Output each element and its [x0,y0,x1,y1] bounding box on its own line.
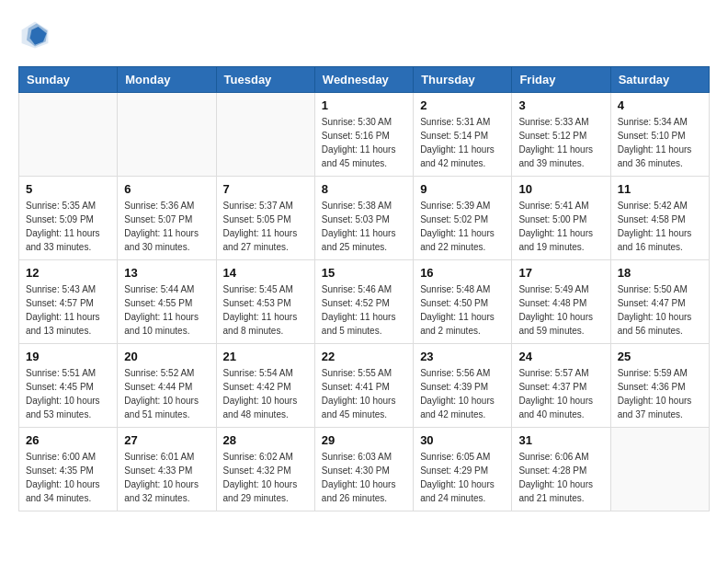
header-day-thursday: Thursday [414,67,512,93]
day-info: Sunrise: 6:06 AM Sunset: 4:28 PM Dayligh… [518,450,603,505]
day-number: 20 [124,350,209,363]
day-number: 29 [322,433,406,447]
day-info: Sunrise: 5:59 AM Sunset: 4:36 PM Dayligh… [618,366,702,421]
day-number: 31 [518,433,603,447]
day-info: Sunrise: 5:48 AM Sunset: 4:50 PM Dayligh… [420,282,505,338]
header-day-saturday: Saturday [610,67,709,93]
day-info: Sunrise: 5:45 AM Sunset: 4:53 PM Dayligh… [223,282,308,338]
week-row-2: 5Sunrise: 5:35 AM Sunset: 5:09 PM Daylig… [19,177,710,260]
calendar-cell: 4Sunrise: 5:34 AM Sunset: 5:10 PM Daylig… [610,93,709,177]
calendar-cell: 3Sunrise: 5:33 AM Sunset: 5:12 PM Daylig… [512,93,610,177]
day-info: Sunrise: 5:41 AM Sunset: 5:00 PM Dayligh… [518,199,603,254]
day-number: 9 [420,182,505,196]
calendar-cell: 2Sunrise: 5:31 AM Sunset: 5:14 PM Daylig… [414,93,512,177]
week-row-3: 12Sunrise: 5:43 AM Sunset: 4:57 PM Dayli… [19,260,710,344]
day-number: 27 [124,433,209,447]
calendar-header-row: SundayMondayTuesdayWednesdayThursdayFrid… [19,67,710,93]
calendar-cell: 24Sunrise: 5:57 AM Sunset: 4:37 PM Dayli… [512,344,610,428]
day-number: 28 [223,433,308,447]
calendar-cell [216,93,314,177]
day-number: 1 [322,98,406,112]
day-number: 21 [223,350,308,363]
day-info: Sunrise: 5:31 AM Sunset: 5:14 PM Dayligh… [420,115,505,170]
day-number: 2 [420,98,505,112]
day-number: 7 [223,182,308,196]
day-info: Sunrise: 5:39 AM Sunset: 5:02 PM Dayligh… [420,199,505,254]
day-info: Sunrise: 5:34 AM Sunset: 5:10 PM Dayligh… [618,115,702,170]
day-info: Sunrise: 5:36 AM Sunset: 5:07 PM Dayligh… [124,199,209,254]
calendar-cell: 15Sunrise: 5:46 AM Sunset: 4:52 PM Dayli… [314,260,413,344]
calendar-table: SundayMondayTuesdayWednesdayThursdayFrid… [18,66,710,511]
calendar-cell: 16Sunrise: 5:48 AM Sunset: 4:50 PM Dayli… [414,260,512,344]
day-info: Sunrise: 5:55 AM Sunset: 4:41 PM Dayligh… [322,366,406,421]
day-info: Sunrise: 5:46 AM Sunset: 4:52 PM Dayligh… [322,282,406,338]
day-info: Sunrise: 5:43 AM Sunset: 4:57 PM Dayligh… [26,282,110,338]
day-info: Sunrise: 6:00 AM Sunset: 4:35 PM Dayligh… [26,450,110,505]
calendar-cell: 30Sunrise: 6:05 AM Sunset: 4:29 PM Dayli… [414,428,512,511]
calendar-cell: 17Sunrise: 5:49 AM Sunset: 4:48 PM Dayli… [512,260,610,344]
day-number: 6 [124,182,209,196]
day-info: Sunrise: 5:52 AM Sunset: 4:44 PM Dayligh… [124,366,209,421]
calendar-cell: 23Sunrise: 5:56 AM Sunset: 4:39 PM Dayli… [414,344,512,428]
calendar-cell: 20Sunrise: 5:52 AM Sunset: 4:44 PM Dayli… [118,344,216,428]
calendar-cell: 18Sunrise: 5:50 AM Sunset: 4:47 PM Dayli… [610,260,709,344]
calendar-cell [19,93,118,177]
day-info: Sunrise: 5:56 AM Sunset: 4:39 PM Dayligh… [420,366,505,421]
calendar-cell: 1Sunrise: 5:30 AM Sunset: 5:16 PM Daylig… [314,93,413,177]
header-day-monday: Monday [118,67,216,93]
calendar-cell: 14Sunrise: 5:45 AM Sunset: 4:53 PM Dayli… [216,260,314,344]
day-info: Sunrise: 6:02 AM Sunset: 4:32 PM Dayligh… [223,450,308,505]
page-header [18,18,710,52]
day-number: 12 [26,266,110,280]
header-day-wednesday: Wednesday [314,67,413,93]
header-day-sunday: Sunday [19,67,118,93]
day-info: Sunrise: 5:50 AM Sunset: 4:47 PM Dayligh… [618,282,702,338]
calendar-cell: 13Sunrise: 5:44 AM Sunset: 4:55 PM Dayli… [118,260,216,344]
calendar-cell [610,428,709,511]
day-number: 17 [518,266,603,280]
day-info: Sunrise: 5:42 AM Sunset: 4:58 PM Dayligh… [618,199,702,254]
day-info: Sunrise: 5:35 AM Sunset: 5:09 PM Dayligh… [26,199,110,254]
day-number: 13 [124,266,209,280]
header-day-friday: Friday [512,67,610,93]
day-number: 26 [26,433,110,447]
day-info: Sunrise: 5:33 AM Sunset: 5:12 PM Dayligh… [518,115,603,170]
week-row-5: 26Sunrise: 6:00 AM Sunset: 4:35 PM Dayli… [19,428,710,511]
day-info: Sunrise: 6:05 AM Sunset: 4:29 PM Dayligh… [420,450,505,505]
day-number: 18 [618,266,702,280]
logo [18,18,55,52]
calendar-cell [118,93,216,177]
day-number: 30 [420,433,505,447]
day-info: Sunrise: 5:38 AM Sunset: 5:03 PM Dayligh… [322,199,406,254]
day-number: 16 [420,266,505,280]
calendar-cell: 10Sunrise: 5:41 AM Sunset: 5:00 PM Dayli… [512,177,610,260]
calendar-cell: 11Sunrise: 5:42 AM Sunset: 4:58 PM Dayli… [610,177,709,260]
calendar-cell: 8Sunrise: 5:38 AM Sunset: 5:03 PM Daylig… [314,177,413,260]
week-row-4: 19Sunrise: 5:51 AM Sunset: 4:45 PM Dayli… [19,344,710,428]
calendar-cell: 31Sunrise: 6:06 AM Sunset: 4:28 PM Dayli… [512,428,610,511]
day-number: 22 [322,350,406,363]
calendar-cell: 12Sunrise: 5:43 AM Sunset: 4:57 PM Dayli… [19,260,118,344]
day-number: 19 [26,350,110,363]
day-number: 15 [322,266,406,280]
logo-icon [18,18,51,52]
day-number: 11 [618,182,702,196]
day-info: Sunrise: 5:49 AM Sunset: 4:48 PM Dayligh… [518,282,603,338]
day-info: Sunrise: 5:44 AM Sunset: 4:55 PM Dayligh… [124,282,209,338]
day-info: Sunrise: 6:01 AM Sunset: 4:33 PM Dayligh… [124,450,209,505]
calendar-cell: 19Sunrise: 5:51 AM Sunset: 4:45 PM Dayli… [19,344,118,428]
calendar-cell: 22Sunrise: 5:55 AM Sunset: 4:41 PM Dayli… [314,344,413,428]
day-number: 4 [618,98,702,112]
calendar-cell: 5Sunrise: 5:35 AM Sunset: 5:09 PM Daylig… [19,177,118,260]
calendar-cell: 21Sunrise: 5:54 AM Sunset: 4:42 PM Dayli… [216,344,314,428]
calendar-cell: 29Sunrise: 6:03 AM Sunset: 4:30 PM Dayli… [314,428,413,511]
day-number: 14 [223,266,308,280]
calendar-cell: 27Sunrise: 6:01 AM Sunset: 4:33 PM Dayli… [118,428,216,511]
header-day-tuesday: Tuesday [216,67,314,93]
day-number: 3 [518,98,603,112]
day-info: Sunrise: 5:51 AM Sunset: 4:45 PM Dayligh… [26,366,110,421]
week-row-1: 1Sunrise: 5:30 AM Sunset: 5:16 PM Daylig… [19,93,710,177]
day-number: 5 [26,182,110,196]
day-info: Sunrise: 5:30 AM Sunset: 5:16 PM Dayligh… [322,115,406,170]
calendar-cell: 7Sunrise: 5:37 AM Sunset: 5:05 PM Daylig… [216,177,314,260]
